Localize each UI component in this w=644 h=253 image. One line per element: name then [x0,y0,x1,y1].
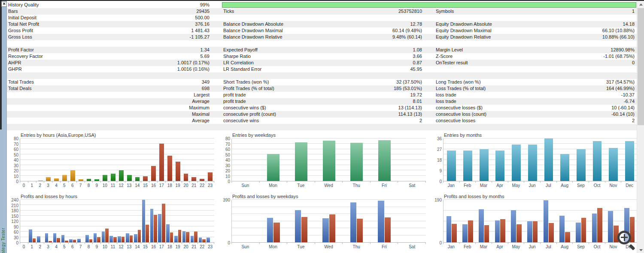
x-tick-label: Jun [524,183,541,188]
profit-bar-Apr [495,220,500,242]
x-tick [315,181,343,183]
stats-row [7,40,637,47]
sidebar-tab-strategy-tester[interactable]: Strategy Tester [1,228,6,253]
x-tick [260,181,288,183]
bar-slot [93,200,101,242]
x-tick [101,243,109,244]
stat-value [550,66,635,72]
bar-Jul [544,139,553,181]
stat-value [337,40,423,47]
x-tick-label: 18 [166,183,174,188]
x-tick-label: Mon [259,244,287,249]
x-tick [476,181,492,183]
x-tick-label: 6 [68,183,76,188]
bar-slot [36,200,45,242]
x-tick-label: Fri [371,183,398,188]
x-tick-label: Aug [556,183,573,188]
stat-label [7,72,110,79]
profit-bar-Tue [295,210,301,242]
loss-bar-4 [57,238,60,242]
stat-value: 66.10 (10.88%) [550,27,635,34]
loss-bar-19 [178,230,182,242]
bar-Wed [323,141,335,181]
bar-slot [85,139,93,181]
stat-label: Symbols [434,8,550,15]
x-tick [573,181,589,183]
x-tick [260,243,288,244]
scroll-up-button[interactable] [637,1,644,8]
loss-bar-Thu [357,219,363,242]
x-tick-label: Mon [259,183,287,188]
x-tick [460,243,476,244]
x-tick-label: Wed [315,183,343,188]
loss-bar-16 [154,215,157,242]
vertical-scrollbar[interactable] [637,1,644,253]
scroll-down-button[interactable] [637,247,644,253]
bar-slot [44,200,52,242]
spacer [423,72,434,79]
spacer [210,85,222,92]
x-tick-label: May [508,244,524,249]
y-tick-label: 90 [14,224,18,229]
bar-slot [508,139,525,181]
stat-label: Balance Drawdown Absolute [222,21,337,27]
stat-label: Total Trades [7,79,110,85]
x-tick [36,181,45,183]
x-tick [589,243,605,244]
x-axis: SunMonTueWedThuFriSat [231,243,426,249]
spacer [423,98,434,105]
x-tick [492,243,508,244]
bar-slot [44,139,52,181]
bar-Jun [528,145,537,181]
profit-bar-8 [85,235,89,242]
spacer [210,66,222,72]
stat-value: 164 (46.99%) [550,85,635,92]
strategy-tester-report-window: Strategy Tester ✕ History Quality99%Bars… [0,0,644,253]
profit-bar-15 [142,200,146,242]
x-tick [231,181,260,183]
stat-value: 376.16 [110,21,210,27]
bar-slot [398,200,426,242]
y-tick-label: 390 [223,198,230,202]
bar-slot [77,200,85,242]
stat-value: Average [110,98,210,105]
x-tick [206,243,214,244]
profit-bar-6 [69,239,73,242]
bar-10 [103,175,107,181]
x-tick-label: 9 [93,244,101,249]
spacer [210,124,222,130]
x-tick [182,243,190,244]
profit-bar-20 [182,231,186,242]
stats-row: Maximalconsecutive profit (count)114.13 … [7,111,637,117]
bar-slot [476,200,492,242]
profit-bar-Jul [544,200,549,242]
chart-title: Entries by months [444,132,641,139]
bar-slot [61,139,69,181]
stat-value: 60.14 (9.48%) [337,27,423,34]
bar-slot [206,200,214,242]
spacer [423,85,434,92]
bar-slot [287,139,315,181]
bar-slot [190,200,198,242]
bar-slot [20,139,28,181]
x-tick-label: Thu [343,244,371,249]
bar-Aug [560,154,569,181]
x-tick-label: Jul [541,183,557,188]
x-tick-label: Thu [343,183,371,188]
spacer [210,72,222,79]
stats-row: Largestprofit trade19.72loss trade-10.37 [7,92,637,98]
loss-bar-22 [202,239,206,242]
x-tick [158,181,166,183]
sidebar-tab-strip: Strategy Tester [0,1,7,253]
spacer [210,79,222,85]
stat-label: Gross Profit [7,27,110,34]
x-tick [117,181,125,183]
scrollbar-thumb[interactable] [638,8,644,125]
bar-slot [541,139,557,181]
close-icon[interactable]: ✕ [1,1,7,7]
bar-slot [460,139,476,181]
x-tick-label: Jul [541,244,557,249]
x-tick-label: 11 [109,244,117,249]
profit-bar-19 [174,236,178,242]
bar-Fri [378,140,391,181]
